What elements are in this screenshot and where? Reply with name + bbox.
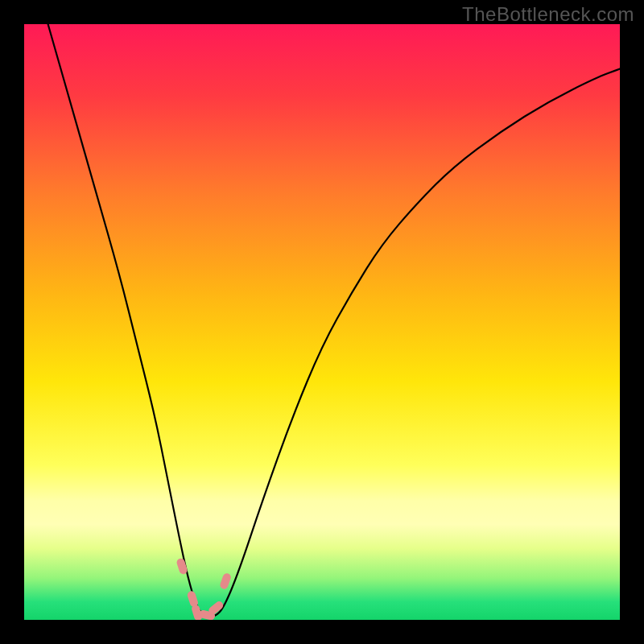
watermark-text: TheBottleneck.com (462, 3, 634, 26)
plot-area (24, 24, 620, 620)
chart-svg (24, 24, 620, 620)
chart-container: TheBottleneck.com (0, 0, 644, 644)
